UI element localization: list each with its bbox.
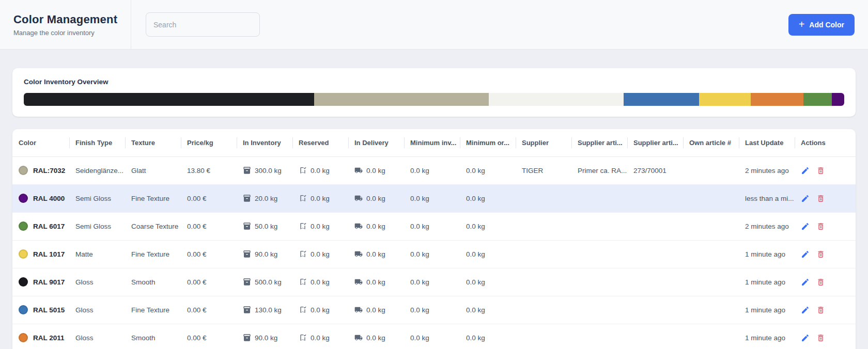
texture-cell: Glatt (125, 156, 181, 184)
last-update-cell: 1 minute ago (739, 296, 795, 324)
plus-icon: + (799, 19, 805, 29)
delete-button[interactable] (816, 194, 825, 203)
delivery-truck-icon (354, 334, 363, 342)
pencil-icon (801, 250, 810, 259)
column-header: Minimum or... (460, 129, 516, 156)
inventory-bar-segment (699, 93, 751, 106)
supplier-cell (516, 240, 571, 268)
minimum-inventory-cell: 0.0 kg (404, 268, 460, 296)
supplier-article2-cell (627, 268, 683, 296)
delete-button[interactable] (816, 278, 825, 287)
supplier-cell (516, 324, 571, 349)
supplier-article2-cell (627, 212, 683, 240)
edit-button[interactable] (801, 250, 810, 259)
edit-button[interactable] (801, 222, 810, 231)
minimum-inventory-cell: 0.0 kg (404, 184, 460, 212)
supplier-article2-cell (627, 184, 683, 212)
table-row[interactable]: RAL 6017 Semi Gloss Coarse Texture 0.00 … (12, 212, 856, 240)
table-row[interactable]: RAL:7032 Seidenglänze... Glatt 13.80 € 3… (12, 156, 856, 184)
reserved-value: 0.0 kg (311, 334, 330, 342)
table-row[interactable]: RAL 2011 Gloss Smooth 0.00 € 90.0 kg 0.0… (12, 324, 856, 349)
column-header: Texture (125, 129, 181, 156)
delete-button[interactable] (816, 166, 825, 175)
search-input[interactable] (146, 12, 260, 37)
inventory-bar-segment (624, 93, 699, 106)
column-header: In Delivery (348, 129, 404, 156)
supplier-article-cell: Primer ca. RA... (571, 156, 627, 184)
last-update-cell: 1 minute ago (739, 240, 795, 268)
supplier-article-cell (571, 324, 627, 349)
column-header: Actions (795, 129, 856, 156)
trash-icon (816, 306, 825, 314)
delivery-value: 0.0 kg (366, 278, 385, 286)
colors-table: ColorFinish TypeTexturePrice/kgIn Invent… (12, 129, 856, 349)
inventory-value: 90.0 kg (255, 250, 277, 258)
finish-type-cell: Seidenglänze... (69, 156, 125, 184)
inventory-value: 20.0 kg (255, 195, 277, 202)
minimum-inventory-cell: 0.0 kg (404, 156, 460, 184)
edit-button[interactable] (801, 166, 810, 175)
inventory-box-icon (243, 334, 251, 342)
reserved-bookmark-icon (299, 222, 307, 230)
inventory-value: 90.0 kg (255, 334, 277, 342)
trash-icon (816, 334, 825, 342)
finish-type-cell: Semi Gloss (69, 184, 125, 212)
edit-button[interactable] (801, 278, 810, 287)
table-row[interactable]: RAL 4000 Semi Gloss Fine Texture 0.00 € … (12, 184, 856, 212)
minimum-inventory-cell: 0.0 kg (404, 240, 460, 268)
color-swatch (19, 194, 28, 203)
add-color-label: Add Color (809, 21, 844, 29)
table-row[interactable]: RAL 1017 Matte Fine Texture 0.00 € 90.0 … (12, 240, 856, 268)
trash-icon (816, 250, 825, 259)
inventory-box-icon (243, 166, 251, 174)
pencil-icon (801, 278, 810, 287)
own-article-cell (683, 268, 739, 296)
overview-title: Color Inventory Overview (24, 78, 844, 86)
reserved-value: 0.0 kg (311, 167, 330, 174)
color-swatch (19, 249, 28, 259)
table-row[interactable]: RAL 5015 Gloss Fine Texture 0.00 € 130.0… (12, 296, 856, 324)
texture-cell: Fine Texture (125, 184, 181, 212)
minimum-order-cell: 0.0 kg (460, 296, 516, 324)
reserved-bookmark-icon (299, 306, 307, 314)
delivery-truck-icon (354, 222, 363, 230)
inventory-bar-segment (832, 93, 844, 106)
color-name: RAL 1017 (33, 250, 65, 258)
color-name: RAL 9017 (33, 278, 65, 286)
minimum-order-cell: 0.0 kg (460, 156, 516, 184)
reserved-value: 0.0 kg (311, 278, 330, 286)
delete-button[interactable] (816, 306, 825, 314)
last-update-cell: 1 minute ago (739, 268, 795, 296)
edit-button[interactable] (801, 194, 810, 203)
edit-button[interactable] (801, 334, 810, 342)
finish-type-cell: Gloss (69, 324, 125, 349)
supplier-article-cell (571, 296, 627, 324)
add-color-button[interactable]: + Add Color (788, 14, 855, 36)
reserved-value: 0.0 kg (311, 223, 330, 230)
title-block: Color Management Manage the color invent… (0, 0, 131, 49)
color-name: RAL 5015 (33, 306, 65, 314)
delivery-truck-icon (354, 278, 363, 286)
own-article-cell (683, 212, 739, 240)
supplier-article-cell (571, 268, 627, 296)
delete-button[interactable] (816, 250, 825, 259)
column-header: Reserved (292, 129, 348, 156)
own-article-cell (683, 184, 739, 212)
supplier-article-cell (571, 240, 627, 268)
reserved-bookmark-icon (299, 278, 307, 286)
last-update-cell: 2 minutes ago (739, 212, 795, 240)
minimum-inventory-cell: 0.0 kg (404, 296, 460, 324)
page-title: Color Management (13, 13, 131, 26)
delete-button[interactable] (816, 222, 825, 231)
color-name: RAL:7032 (33, 167, 65, 174)
color-table-card: ColorFinish TypeTexturePrice/kgIn Invent… (12, 129, 856, 349)
minimum-order-cell: 0.0 kg (460, 268, 516, 296)
trash-icon (816, 222, 825, 231)
color-swatch (19, 277, 28, 287)
delete-button[interactable] (816, 334, 825, 342)
edit-button[interactable] (801, 306, 810, 314)
column-header: Last Update (739, 129, 795, 156)
reserved-value: 0.0 kg (311, 195, 330, 202)
pencil-icon (801, 334, 810, 342)
table-row[interactable]: RAL 9017 Gloss Smooth 0.00 € 500.0 kg 0.… (12, 268, 856, 296)
